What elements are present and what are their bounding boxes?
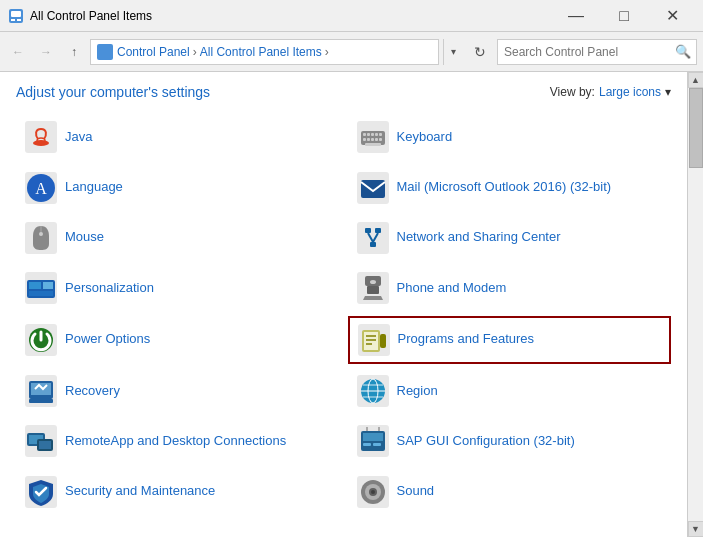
- path-icon: [97, 44, 113, 60]
- content-header: Adjust your computer's settings View by:…: [16, 84, 671, 100]
- security-label: Security and Maintenance: [65, 483, 215, 500]
- svg-rect-14: [367, 138, 370, 141]
- main-area: Adjust your computer's settings View by:…: [0, 72, 703, 537]
- cp-item-java[interactable]: Java: [16, 114, 340, 160]
- cp-item-sapgui[interactable]: SAP GUI Configuration (32-bit): [348, 418, 672, 464]
- window-title: All Control Panel Items: [30, 9, 553, 23]
- svg-point-5: [33, 140, 49, 146]
- cp-item-remoteapp[interactable]: RemoteApp and Desktop Connections: [16, 418, 340, 464]
- svg-rect-11: [375, 133, 378, 136]
- svg-rect-69: [363, 443, 371, 446]
- items-grid: JavaKeyboardALanguageMail (Microsoft Out…: [16, 114, 671, 515]
- cp-item-mouse[interactable]: Mouse: [16, 215, 340, 261]
- svg-point-76: [371, 490, 375, 494]
- svg-rect-1: [11, 11, 21, 17]
- window-controls: — □ ✕: [553, 0, 695, 32]
- cp-item-security[interactable]: Security and Maintenance: [16, 469, 340, 515]
- remoteapp-icon: [25, 425, 57, 457]
- phone-label: Phone and Modem: [397, 280, 507, 297]
- address-path: Control Panel › All Control Panel Items …: [90, 39, 439, 65]
- path-all-items[interactable]: All Control Panel Items: [200, 45, 322, 59]
- refresh-button[interactable]: ↻: [467, 39, 493, 65]
- svg-rect-29: [375, 228, 381, 233]
- cp-item-power[interactable]: Power Options: [16, 316, 340, 364]
- cp-item-personalization[interactable]: Personalization: [16, 265, 340, 311]
- svg-rect-8: [363, 133, 366, 136]
- security-icon: [25, 476, 57, 508]
- svg-rect-47: [380, 334, 386, 348]
- svg-rect-10: [371, 133, 374, 136]
- region-label: Region: [397, 383, 438, 400]
- scroll-track[interactable]: [688, 88, 703, 521]
- language-icon: A: [25, 172, 57, 204]
- svg-rect-9: [367, 133, 370, 136]
- personalization-label: Personalization: [65, 280, 154, 297]
- path-control-panel[interactable]: Control Panel: [117, 45, 190, 59]
- close-button[interactable]: ✕: [649, 0, 695, 32]
- sapgui-icon: [357, 425, 389, 457]
- sound-label: Sound: [397, 483, 435, 500]
- cp-item-programs[interactable]: Programs and Features: [348, 316, 672, 364]
- svg-text:A: A: [35, 180, 47, 197]
- back-button[interactable]: ←: [6, 40, 30, 64]
- scroll-up-button[interactable]: ▲: [688, 72, 704, 88]
- svg-rect-36: [43, 282, 53, 289]
- page-title: Adjust your computer's settings: [16, 84, 210, 100]
- cp-item-mail[interactable]: Mail (Microsoft Outlook 2016) (32-bit): [348, 164, 672, 210]
- network-icon: [357, 222, 389, 254]
- language-label: Language: [65, 179, 123, 196]
- svg-rect-3: [17, 19, 21, 21]
- mouse-icon: [25, 222, 57, 254]
- cp-item-language[interactable]: ALanguage: [16, 164, 340, 210]
- search-box: 🔍: [497, 39, 697, 65]
- svg-rect-68: [363, 433, 383, 441]
- java-label: Java: [65, 129, 92, 146]
- forward-button[interactable]: →: [34, 40, 58, 64]
- svg-rect-35: [29, 282, 41, 289]
- cp-item-keyboard[interactable]: Keyboard: [348, 114, 672, 160]
- svg-rect-18: [365, 143, 381, 146]
- maximize-button[interactable]: □: [601, 0, 647, 32]
- chevron-down-icon: ▾: [665, 85, 671, 99]
- svg-rect-15: [371, 138, 374, 141]
- scroll-thumb[interactable]: [689, 88, 703, 168]
- svg-rect-70: [373, 443, 381, 446]
- app-icon: [8, 8, 24, 24]
- sapgui-label: SAP GUI Configuration (32-bit): [397, 433, 575, 450]
- svg-rect-28: [365, 228, 371, 233]
- svg-rect-13: [363, 138, 366, 141]
- programs-label: Programs and Features: [398, 331, 535, 348]
- power-icon: [25, 324, 57, 356]
- svg-rect-65: [39, 441, 51, 449]
- up-button[interactable]: ↑: [62, 40, 86, 64]
- java-icon: [25, 121, 57, 153]
- svg-rect-37: [29, 291, 53, 296]
- region-icon: [357, 375, 389, 407]
- network-label: Network and Sharing Center: [397, 229, 561, 246]
- view-by-value[interactable]: Large icons: [599, 85, 661, 99]
- svg-rect-40: [367, 286, 379, 294]
- phone-icon: [357, 272, 389, 304]
- cp-item-network[interactable]: Network and Sharing Center: [348, 215, 672, 261]
- keyboard-icon: [357, 121, 389, 153]
- cp-item-recovery[interactable]: Recovery: [16, 368, 340, 414]
- view-by-selector: View by: Large icons ▾: [550, 85, 671, 99]
- svg-rect-46: [364, 332, 378, 350]
- search-button[interactable]: 🔍: [670, 39, 696, 65]
- power-label: Power Options: [65, 331, 150, 348]
- svg-point-41: [370, 280, 376, 284]
- svg-rect-27: [357, 222, 389, 254]
- cp-item-region[interactable]: Region: [348, 368, 672, 414]
- cp-item-phone[interactable]: Phone and Modem: [348, 265, 672, 311]
- svg-point-26: [39, 232, 43, 236]
- search-input[interactable]: [498, 45, 670, 59]
- scroll-down-button[interactable]: ▼: [688, 521, 704, 537]
- personalization-icon: [25, 272, 57, 304]
- cp-item-sound[interactable]: Sound: [348, 469, 672, 515]
- minimize-button[interactable]: —: [553, 0, 599, 32]
- svg-rect-17: [379, 138, 382, 141]
- path-dropdown-button[interactable]: ▾: [443, 39, 463, 65]
- svg-rect-54: [29, 399, 53, 403]
- svg-rect-12: [379, 133, 382, 136]
- svg-rect-2: [11, 19, 15, 21]
